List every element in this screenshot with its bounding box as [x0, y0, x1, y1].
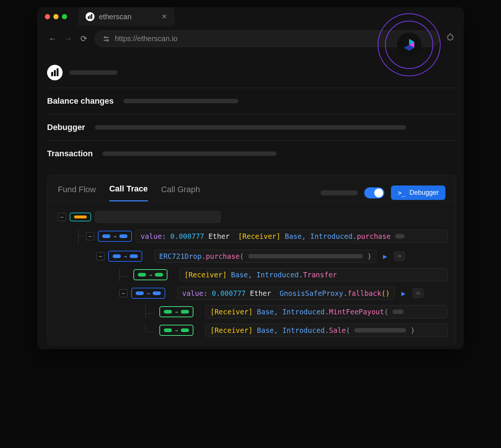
collapse-toggle[interactable]: −: [86, 232, 94, 240]
tab-title: etherscan: [99, 13, 132, 21]
call-badge-blue: →: [108, 251, 142, 262]
section-title: Balance changes: [47, 96, 114, 106]
code-line[interactable]: [Receiver] Base, Introduced.Transfer: [179, 268, 448, 281]
svg-rect-1: [90, 15, 91, 19]
section-title: Transaction: [47, 149, 93, 158]
svg-rect-9: [57, 68, 59, 76]
debugger-button-label: Debugger: [409, 189, 439, 197]
window-controls: [45, 14, 67, 19]
call-badge-blue: →: [98, 231, 132, 242]
skeleton-bar: [95, 211, 221, 223]
collapse-toggle[interactable]: −: [58, 213, 66, 221]
play-icon[interactable]: ▶: [383, 252, 387, 260]
trace-row: − → value: 0.000777 Ether GnosisSafeProx…: [58, 287, 448, 300]
site-logo-icon: [47, 65, 63, 80]
root-badge: [70, 213, 91, 221]
trace-row: − → value: 0.000777 Ether [Receiver] Bas…: [58, 228, 448, 244]
trace-panel: Fund Flow Call Trace Call Graph >_ Debug…: [47, 175, 456, 345]
tab-call-trace[interactable]: Call Trace: [109, 184, 148, 201]
play-icon[interactable]: ▶: [401, 289, 405, 297]
event-badge-green: →: [159, 306, 193, 317]
browser-window: etherscan ✕ ← → ⟳ https://etherscan.io: [37, 7, 464, 349]
brand-row: [47, 60, 456, 88]
call-badge-blue: →: [131, 288, 165, 299]
tab-call-graph[interactable]: Call Graph: [161, 185, 200, 201]
trailing-chip: [412, 288, 424, 298]
address-bar[interactable]: https://etherscan.io: [94, 30, 440, 47]
event-badge-green: →: [159, 325, 193, 336]
section-title: Debugger: [47, 123, 85, 132]
toolbar: ← → ⟳ https://etherscan.io: [37, 26, 464, 54]
titlebar: etherscan ✕: [37, 7, 464, 26]
tune-icon: [103, 36, 110, 42]
svg-point-6: [107, 40, 108, 41]
skeleton-bar: [321, 190, 358, 195]
maximize-window-button[interactable]: [62, 14, 67, 19]
skeleton-bar: [69, 70, 117, 75]
section-debugger: Debugger: [47, 114, 456, 141]
skeleton-bar: [102, 151, 276, 156]
section-balance-changes: Balance changes: [47, 88, 456, 114]
section-transaction: Transaction: [47, 141, 456, 167]
trace-row: − → ERC721Drop.purchase( ) ▶: [58, 250, 448, 263]
terminal-icon: >_: [398, 189, 406, 197]
svg-rect-8: [54, 70, 56, 76]
close-tab-button[interactable]: ✕: [162, 13, 167, 21]
browser-tab[interactable]: etherscan ✕: [78, 7, 175, 26]
svg-rect-2: [91, 14, 92, 19]
extensions-button[interactable]: [446, 33, 455, 44]
close-window-button[interactable]: [45, 14, 50, 19]
minimize-window-button[interactable]: [53, 14, 59, 19]
collapse-toggle[interactable]: −: [119, 289, 127, 297]
code-line[interactable]: value: 0.000777 Ether [Receiver] Base, I…: [136, 230, 448, 243]
tab-fund-flow[interactable]: Fund Flow: [58, 185, 96, 201]
call-trace-tree: − − → value: 0.000777 Ether [Rec: [47, 201, 456, 345]
panel-tabs: Fund Flow Call Trace Call Graph >_ Debug…: [47, 175, 456, 201]
back-button[interactable]: ←: [48, 34, 57, 44]
etherscan-favicon: [86, 12, 94, 21]
code-line[interactable]: ERC721Drop.purchase( ): [154, 250, 376, 263]
trace-row: → [Receiver] Base, Introduced.Sale( ): [58, 324, 448, 337]
trailing-chip: [394, 251, 405, 261]
collapse-toggle[interactable]: −: [96, 252, 104, 260]
url-text: https://etherscan.io: [115, 34, 177, 43]
debugger-button[interactable]: >_ Debugger: [391, 185, 445, 200]
skeleton-bar: [123, 99, 238, 103]
reload-button[interactable]: ⟳: [79, 34, 89, 44]
toggle-switch[interactable]: [364, 187, 384, 198]
trace-root-row: −: [58, 211, 448, 223]
code-line[interactable]: [Receiver] Base, Introduced.MintFeePayou…: [205, 305, 448, 318]
forward-button[interactable]: →: [63, 34, 73, 44]
trace-row: → [Receiver] Base, Introduced.Transfer: [58, 268, 448, 281]
code-line[interactable]: value: 0.000777 Ether GnosisSafeProxy.fa…: [177, 287, 395, 300]
skeleton-bar: [95, 125, 406, 130]
svg-point-4: [104, 37, 106, 38]
svg-rect-7: [51, 72, 53, 76]
event-badge-green: →: [133, 269, 167, 280]
page-content: Balance changes Debugger Transaction Fun…: [37, 54, 464, 349]
extension-logo-icon[interactable]: [397, 33, 421, 57]
code-line[interactable]: [Receiver] Base, Introduced.Sale( ): [205, 324, 448, 337]
trace-row: → [Receiver] Base, Introduced.MintFeePay…: [58, 305, 448, 318]
svg-rect-0: [88, 16, 89, 19]
